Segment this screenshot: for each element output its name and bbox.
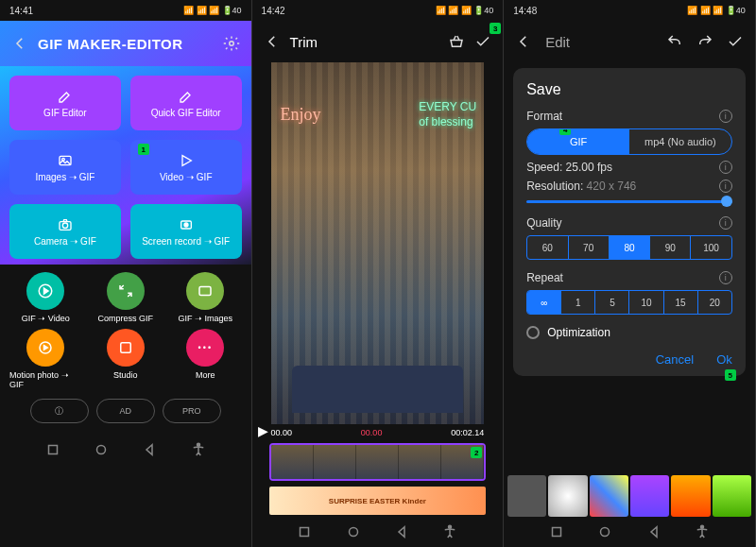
info-icon[interactable]: i [719, 216, 732, 230]
record-icon [177, 217, 196, 232]
r1[interactable]: 1 [561, 291, 595, 314]
tile-images-gif[interactable]: Images ➝ GIF [9, 140, 121, 195]
q100[interactable]: 100 [691, 236, 730, 259]
format-mp4[interactable]: mp4 (No audio) [629, 129, 731, 154]
tool-studio[interactable]: Studio [90, 329, 163, 389]
tool-gif-images[interactable]: GIF ➝ Images [169, 272, 242, 323]
tool-more[interactable]: •••More [169, 329, 242, 389]
swatch[interactable] [548, 475, 587, 517]
tile-camera-gif[interactable]: Camera ➝ GIF [9, 204, 121, 259]
tile-screenrec-gif[interactable]: Screen record ➝ GIF [130, 204, 242, 259]
tile-label: Camera ➝ GIF [34, 236, 96, 247]
ok-button[interactable]: Ok [716, 352, 732, 367]
tile-quick-gif[interactable]: Quick GIF Editor [130, 76, 242, 130]
tile-label: GIF Editor [43, 108, 87, 118]
redo-icon[interactable] [696, 33, 713, 50]
basket-icon[interactable] [448, 33, 465, 50]
swatch[interactable] [671, 475, 710, 517]
back-nav-icon[interactable] [393, 523, 410, 540]
tile-video-gif[interactable]: 1 Video ➝ GIF [130, 140, 242, 195]
info-icon[interactable]: i [719, 161, 732, 174]
back-icon[interactable] [515, 33, 532, 50]
color-swatches [504, 475, 755, 517]
home-icon[interactable] [596, 523, 613, 540]
r10[interactable]: 10 [629, 291, 663, 314]
q70[interactable]: 70 [569, 236, 610, 259]
check-icon[interactable] [727, 33, 744, 50]
pro-button[interactable]: PRO [163, 399, 221, 423]
back-nav-icon[interactable] [645, 523, 662, 540]
tool-motion[interactable]: Motion photo ➝ GIF [9, 329, 82, 389]
video-preview[interactable]: Enjoy EVERY CUof blessing [271, 62, 485, 424]
back-icon[interactable] [11, 35, 28, 52]
play-button[interactable]: ▶ [258, 423, 268, 438]
tile-gif-editor[interactable]: GIF Editor [9, 76, 121, 130]
r5[interactable]: 5 [595, 291, 629, 314]
status-icons: 📶 📶 📶 🔋40 [687, 6, 746, 15]
check-icon[interactable] [474, 33, 491, 50]
undo-icon[interactable] [666, 33, 683, 50]
accessibility-icon[interactable] [441, 523, 458, 540]
recents-icon[interactable] [296, 523, 313, 540]
optimization-row[interactable]: Optimization [526, 326, 732, 339]
ad-banner[interactable]: SURPRISE EASTER Kinder [269, 487, 487, 515]
swatch[interactable] [507, 475, 546, 517]
info-icon[interactable]: i [719, 179, 732, 193]
svg-point-4 [62, 223, 67, 228]
svg-point-0 [229, 42, 233, 46]
ad-button[interactable]: AD [96, 399, 155, 423]
tool-compress[interactable]: Compress GIF [90, 272, 163, 323]
q90[interactable]: 90 [650, 236, 691, 259]
dialog-title: Save [526, 81, 732, 98]
r-inf[interactable]: ∞ [527, 291, 561, 314]
cancel-button[interactable]: Cancel [656, 352, 694, 367]
recents-icon[interactable] [548, 523, 565, 540]
swatch[interactable] [630, 475, 669, 517]
q60[interactable]: 60 [527, 236, 568, 259]
trim-header: Trim 3 [252, 21, 504, 62]
settings-icon[interactable] [223, 35, 240, 52]
home-icon[interactable] [345, 523, 362, 540]
svg-rect-11 [48, 446, 57, 454]
info-icon[interactable]: i [719, 110, 732, 123]
accessibility-icon[interactable] [190, 441, 207, 458]
q80[interactable]: 80 [610, 236, 650, 259]
back-nav-icon[interactable] [141, 441, 158, 458]
time-start: 00.00 [271, 428, 293, 437]
radio-icon [526, 326, 540, 339]
resolution-slider[interactable] [526, 200, 732, 203]
preview-couch [292, 366, 463, 413]
badge-4: 4 [559, 128, 571, 135]
badge-3: 3 [490, 23, 501, 34]
tool-label: Studio [113, 370, 138, 380]
motion-icon [37, 339, 54, 356]
info-icon[interactable]: i [719, 271, 732, 284]
recents-icon[interactable] [44, 441, 61, 458]
timeline-strip[interactable]: 2 [269, 443, 487, 481]
accessibility-icon[interactable] [694, 523, 711, 540]
edit-title: Edit [545, 34, 653, 50]
optimization-label: Optimization [547, 326, 610, 339]
r20[interactable]: 20 [698, 291, 731, 314]
swatch[interactable] [713, 475, 751, 517]
svg-point-16 [449, 525, 452, 528]
swatch[interactable] [590, 475, 628, 517]
speed-label: Speed: 25.00 fps [526, 161, 612, 174]
svg-point-19 [701, 525, 704, 528]
home-icon[interactable] [93, 441, 110, 458]
status-icons: 📶 📶 📶 🔋40 [183, 6, 242, 15]
play-circle-icon [37, 282, 54, 299]
r15[interactable]: 15 [664, 291, 698, 314]
svg-rect-14 [301, 528, 309, 537]
pencil-icon [56, 89, 75, 104]
format-gif[interactable]: GIF [527, 129, 629, 154]
status-time: 14:42 [262, 6, 285, 16]
tool-label: More [196, 370, 215, 380]
tool-gif-video[interactable]: GIF ➝ Video [9, 272, 82, 323]
info-button[interactable]: ⓘ [30, 399, 89, 423]
neon-every: EVERY CUof blessing [419, 100, 476, 129]
tile-label: Quick GIF Editor [151, 108, 221, 118]
image-icon [197, 282, 214, 299]
back-icon[interactable] [264, 33, 281, 50]
android-navbar [252, 517, 504, 547]
